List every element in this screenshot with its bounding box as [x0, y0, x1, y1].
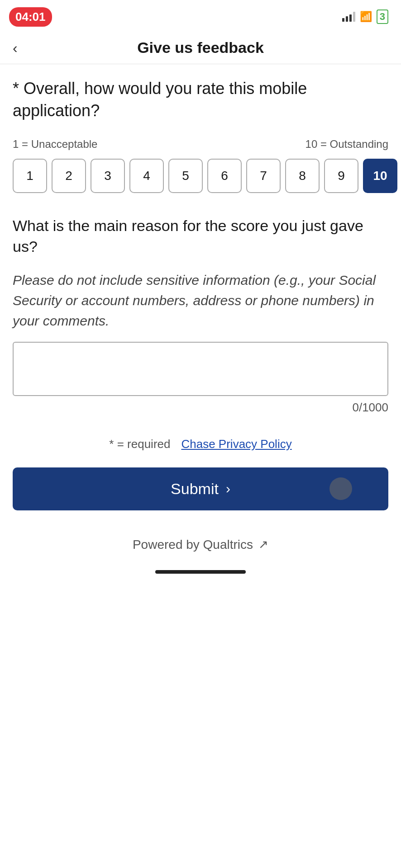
- rating-btn-9[interactable]: 9: [324, 159, 358, 193]
- disclaimer-text: Please do not include sensitive informat…: [13, 270, 388, 331]
- char-count: 0/1000: [13, 401, 388, 415]
- nav-header: ‹ Give us feedback: [0, 32, 401, 64]
- home-indicator: [155, 570, 246, 574]
- footer-info: * = required Chase Privacy Policy: [13, 437, 388, 451]
- rating-btn-1[interactable]: 1: [13, 159, 47, 193]
- feedback-textarea[interactable]: [13, 342, 388, 396]
- signal-icon: [342, 12, 355, 22]
- question1-label: * Overall, how would you rate this mobil…: [13, 78, 388, 122]
- submit-chevron: ›: [226, 481, 230, 496]
- external-link-icon: ↗: [258, 538, 268, 552]
- rating-btn-3[interactable]: 3: [91, 159, 125, 193]
- rating-btn-6[interactable]: 6: [207, 159, 242, 193]
- battery-indicator: 3: [377, 9, 388, 24]
- submit-label: Submit: [171, 480, 219, 498]
- rating-btn-10[interactable]: 10: [363, 159, 397, 193]
- rating-btn-4[interactable]: 4: [129, 159, 164, 193]
- powered-by: Powered by Qualtrics ↗: [13, 538, 388, 552]
- rating-btn-7[interactable]: 7: [246, 159, 281, 193]
- question2-label: What is the main reason for the score yo…: [13, 216, 388, 257]
- main-content: * Overall, how would you rate this mobil…: [0, 64, 401, 601]
- required-note: * = required: [109, 437, 170, 451]
- status-time: 04:01: [9, 7, 52, 27]
- rating-btn-2[interactable]: 2: [52, 159, 86, 193]
- rating-scale-labels: 1 = Unacceptable 10 = Outstanding: [13, 138, 388, 151]
- privacy-policy-link[interactable]: Chase Privacy Policy: [181, 437, 291, 451]
- rating-btn-5[interactable]: 5: [168, 159, 203, 193]
- rating-buttons-group: 1 2 3 4 5 6 7 8 9 10: [13, 159, 388, 193]
- page-title: Give us feedback: [137, 39, 264, 57]
- powered-by-text: Powered by Qualtrics: [133, 538, 253, 552]
- scale-min-label: 1 = Unacceptable: [13, 138, 97, 151]
- back-button[interactable]: ‹: [13, 41, 18, 55]
- scale-max-label: 10 = Outstanding: [306, 138, 388, 151]
- status-icons: 📶 3: [342, 9, 388, 24]
- wifi-icon: 📶: [360, 11, 372, 23]
- drag-indicator: [329, 477, 352, 500]
- submit-button[interactable]: Submit ›: [13, 467, 388, 510]
- status-bar: 04:01 📶 3: [0, 0, 401, 32]
- rating-btn-8[interactable]: 8: [285, 159, 320, 193]
